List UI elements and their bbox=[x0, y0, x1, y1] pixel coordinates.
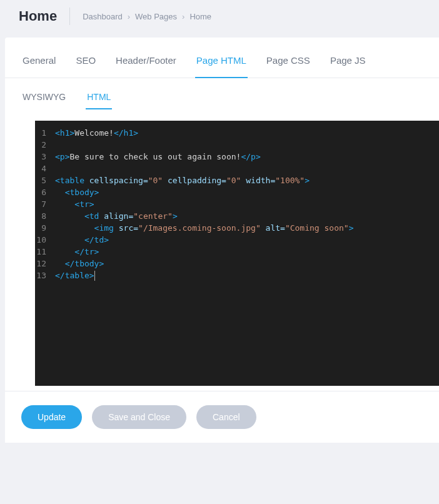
code-editor[interactable]: 12345678910111213 <h1>Welcome!</h1><p>Be… bbox=[35, 121, 439, 386]
update-button[interactable]: Update bbox=[21, 405, 82, 429]
subtab-html[interactable]: HTML bbox=[86, 92, 112, 109]
footer-actions: Update Save and Close Cancel bbox=[5, 391, 439, 443]
tab-page-html[interactable]: Page HTML bbox=[195, 55, 248, 78]
divider bbox=[69, 8, 70, 25]
save-and-close-button[interactable]: Save and Close bbox=[92, 405, 186, 429]
chevron-right-icon: › bbox=[182, 12, 184, 21]
breadcrumb-item[interactable]: Dashboard bbox=[83, 12, 123, 21]
cancel-button[interactable]: Cancel bbox=[196, 405, 256, 429]
breadcrumb-item[interactable]: Home bbox=[189, 12, 211, 21]
breadcrumb: Dashboard › Web Pages › Home bbox=[83, 12, 211, 21]
chevron-right-icon: › bbox=[128, 12, 130, 21]
editor-code[interactable]: <h1>Welcome!</h1><p>Be sure to check us … bbox=[53, 121, 353, 386]
subtab-wysiwyg[interactable]: WYSIWYG bbox=[21, 92, 67, 109]
tab-page-js[interactable]: Page JS bbox=[329, 55, 367, 78]
breadcrumb-item[interactable]: Web Pages bbox=[135, 12, 177, 21]
tab-header-footer[interactable]: Header/Footer bbox=[114, 55, 178, 78]
main-tabs: GeneralSEOHeader/FooterPage HTMLPage CSS… bbox=[5, 38, 439, 78]
editor-gutter: 12345678910111213 bbox=[35, 121, 53, 386]
tab-page-css[interactable]: Page CSS bbox=[265, 55, 311, 78]
sub-tabs: WYSIWYGHTML bbox=[5, 78, 439, 109]
content-panel: GeneralSEOHeader/FooterPage HTMLPage CSS… bbox=[5, 38, 439, 443]
page-header: Home Dashboard › Web Pages › Home bbox=[0, 0, 439, 33]
page-title: Home bbox=[19, 8, 57, 24]
tab-seo[interactable]: SEO bbox=[74, 55, 97, 78]
tab-general[interactable]: General bbox=[21, 55, 57, 78]
